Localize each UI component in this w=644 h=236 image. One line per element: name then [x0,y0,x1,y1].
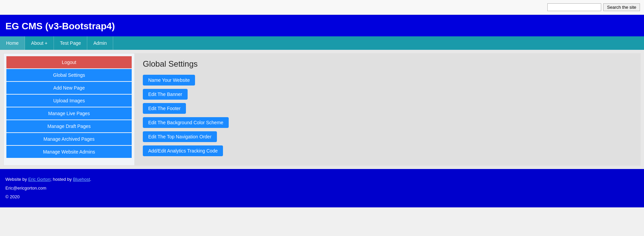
action-button-edit-the-footer[interactable]: Edit The Footer [143,103,186,114]
sidebar-item-manage-draft-pages[interactable]: Manage Draft Pages [6,120,132,132]
footer-prefix: Website by [5,177,28,182]
site-title: EG CMS (v3-Bootstrap4) [5,21,639,32]
content-heading: Global Settings [143,59,633,69]
action-button-name-your-website[interactable]: Name Your Website [143,75,195,86]
sidebar: Logout Global SettingsAdd New PageUpload… [3,53,135,166]
action-button-edit-the-banner[interactable]: Edit The Banner [143,89,188,100]
search-button[interactable]: Search the site [603,3,640,11]
footer-host-link[interactable]: Bluehost [73,177,90,182]
action-button-add-edit-analytics[interactable]: Add/Edit Analytics Tracking Code [143,145,223,156]
footer-copyright: © 2020 [5,193,639,201]
action-button-edit-bg-color-scheme[interactable]: Edit The Background Color Scheme [143,117,229,128]
top-bar: Search the site [0,0,644,15]
footer-suffix: . [90,177,91,182]
main-content: Logout Global SettingsAdd New PageUpload… [0,50,644,169]
search-input[interactable] [547,3,601,11]
footer: Website by Eric Gorton; hosted by Blueho… [0,169,644,207]
sidebar-item-manage-live-pages[interactable]: Manage Live Pages [6,107,132,120]
logout-button[interactable]: Logout [6,56,132,68]
nav-item-admin[interactable]: Admin [87,36,113,50]
action-button-edit-top-nav-order[interactable]: Edit The Top Navigation Order [143,131,217,142]
nav-item-test-page[interactable]: Test Page [54,36,87,50]
sidebar-item-add-new-page[interactable]: Add New Page [6,82,132,94]
footer-author-link[interactable]: Eric Gorton [28,177,51,182]
nav-item-home[interactable]: Home [0,36,25,50]
sidebar-item-global-settings[interactable]: Global Settings [6,69,132,81]
footer-line1: Website by Eric Gorton; hosted by Blueho… [5,175,639,184]
content-panel: Global Settings Name Your WebsiteEdit Th… [135,53,641,166]
header: EG CMS (v3-Bootstrap4) [0,15,644,36]
navbar: HomeAbout +Test PageAdmin [0,36,644,50]
footer-middle: ; hosted by [50,177,73,182]
sidebar-item-manage-archived-pages[interactable]: Manage Archived Pages [6,133,132,145]
nav-item-about[interactable]: About + [25,36,54,50]
footer-email: Eric@ericgorton.com [5,184,639,193]
sidebar-item-upload-images[interactable]: Upload Images [6,95,132,107]
sidebar-item-manage-website-admins[interactable]: Manage Website Admins [6,146,132,158]
